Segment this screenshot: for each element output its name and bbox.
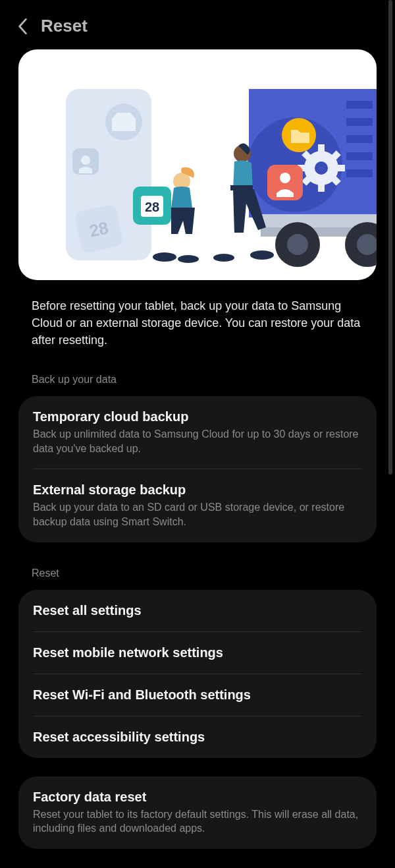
item-temporary-cloud-backup[interactable]: Temporary cloud backup Back up unlimited…: [18, 396, 377, 469]
item-title: Reset accessibility settings: [33, 730, 362, 745]
factory-card: Factory data reset Reset your tablet to …: [18, 776, 377, 849]
svg-point-19: [315, 161, 328, 175]
calendar-number-bg: 28: [88, 217, 111, 241]
reset-card: Reset all settings Reset mobile network …: [18, 590, 377, 758]
item-factory-data-reset[interactable]: Factory data reset Reset your tablet to …: [18, 776, 377, 849]
svg-rect-39: [230, 185, 253, 190]
item-title: Reset Wi-Fi and Bluetooth settings: [33, 687, 362, 703]
calendar-number: 28: [145, 200, 159, 214]
svg-rect-21: [318, 183, 325, 192]
backup-card: Temporary cloud backup Back up unlimited…: [18, 396, 377, 542]
item-subtitle: Back up unlimited data to Samsung Cloud …: [33, 427, 362, 455]
svg-point-6: [153, 252, 176, 262]
svg-rect-15: [346, 169, 373, 177]
section-label-backup: Back up your data: [0, 349, 395, 392]
item-title: Reset mobile network settings: [33, 645, 362, 660]
svg-rect-12: [346, 118, 373, 126]
item-external-storage-backup[interactable]: External storage backup Back up your dat…: [18, 469, 377, 542]
back-icon[interactable]: [13, 17, 32, 36]
svg-point-29: [280, 173, 290, 183]
item-reset-mobile-network[interactable]: Reset mobile network settings: [18, 632, 377, 674]
header: Reset: [0, 0, 395, 49]
reset-illustration: 28 28: [18, 49, 377, 280]
page-title: Reset: [41, 16, 88, 36]
svg-point-3: [81, 156, 90, 165]
svg-point-7: [178, 255, 199, 263]
item-title: External storage backup: [33, 482, 362, 498]
svg-point-33: [287, 234, 308, 255]
item-title: Reset all settings: [33, 603, 362, 618]
scrollbar[interactable]: [388, 0, 392, 868]
svg-rect-14: [346, 152, 373, 160]
section-label-reset: Reset: [0, 542, 395, 586]
svg-point-38: [213, 254, 234, 262]
item-subtitle: Back up your data to an SD card or USB s…: [33, 500, 362, 529]
item-reset-all-settings[interactable]: Reset all settings: [18, 590, 377, 631]
item-reset-wifi-bluetooth[interactable]: Reset Wi-Fi and Bluetooth settings: [18, 674, 377, 716]
item-title: Factory data reset: [33, 790, 362, 805]
svg-rect-23: [336, 165, 345, 171]
svg-rect-11: [346, 101, 373, 109]
item-reset-accessibility[interactable]: Reset accessibility settings: [18, 716, 377, 758]
svg-rect-20: [318, 144, 325, 154]
item-title: Temporary cloud backup: [33, 409, 362, 424]
svg-point-37: [250, 250, 274, 260]
svg-rect-13: [346, 135, 373, 143]
intro-text: Before resetting your tablet, back up yo…: [0, 280, 395, 349]
scroll-thumb[interactable]: [388, 0, 392, 475]
item-subtitle: Reset your tablet to its factory default…: [33, 807, 362, 836]
